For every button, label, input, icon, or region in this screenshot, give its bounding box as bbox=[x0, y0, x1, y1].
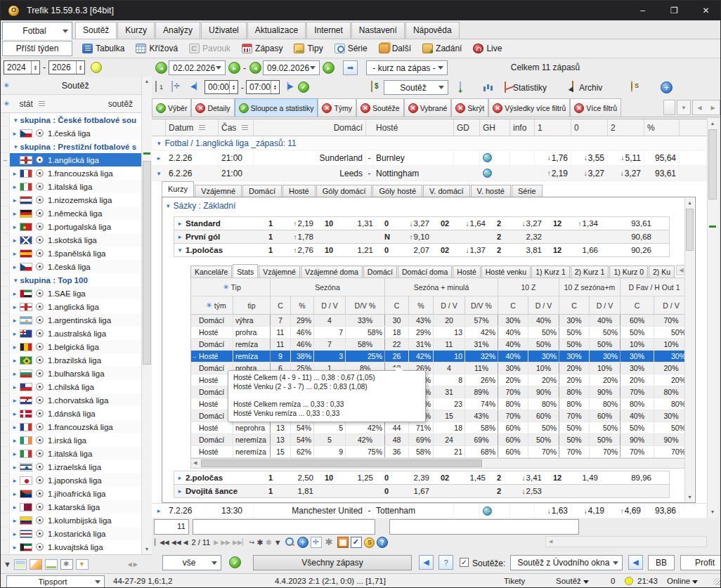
stats-row[interactable]: Domácívýhra729%433%3043%2057%30%40%30%40… bbox=[191, 315, 691, 327]
toolbar-Tipy[interactable]: Tipy bbox=[288, 40, 328, 57]
expand-icon[interactable]: ▸ bbox=[10, 477, 20, 484]
menu-tab-Nápověda[interactable]: Nápověda bbox=[405, 22, 460, 39]
league-group-row[interactable]: ▾skupina : České fotbalové sou bbox=[1, 113, 141, 126]
toolbar-Tabulka[interactable]: Tabulka bbox=[77, 40, 130, 57]
expand-icon[interactable]: ▸ bbox=[10, 424, 20, 431]
stats-group-Sezóna[interactable]: Sezóna bbox=[271, 278, 385, 296]
menu-tab-Soutěž[interactable]: Soutěž bbox=[75, 22, 117, 39]
bb-button[interactable]: BB bbox=[648, 555, 675, 570]
stats-tab-Kanceláře[interactable]: Kanceláře bbox=[190, 266, 232, 277]
resize-grip[interactable] bbox=[713, 578, 720, 585]
scroll-right-icon[interactable]: ▶ bbox=[710, 105, 715, 111]
filter-Vybrané[interactable]: ✕Vybrané bbox=[404, 98, 452, 117]
col-info[interactable]: info bbox=[510, 119, 535, 136]
date-from-picker[interactable]: 02.02.2026 bbox=[169, 60, 226, 75]
globe-icon[interactable] bbox=[483, 169, 492, 178]
collapse-icon[interactable]: ▾ bbox=[167, 202, 170, 209]
filter-Soutěže[interactable]: ✕Soutěže bbox=[356, 98, 404, 117]
souteze-checkbox[interactable]: ✓ bbox=[460, 558, 469, 567]
col-0[interactable]: 0 bbox=[571, 119, 608, 136]
collapse-icon[interactable]: ▾ bbox=[14, 143, 18, 150]
first-page-icon[interactable]: ▏◀◀ bbox=[155, 539, 169, 546]
expand-icon[interactable]: ▸ bbox=[174, 233, 186, 240]
expand-icon[interactable]: ▸ bbox=[10, 170, 20, 177]
asterisk-icon[interactable]: ✳ bbox=[4, 100, 9, 107]
scroll-down-icon[interactable]: ▼ bbox=[142, 544, 152, 554]
stats-col-tým[interactable]: ✳tým bbox=[197, 296, 233, 314]
match-row[interactable]: ▸ 2.2.26 21:00 Sunderland - Burnley ↓1,7… bbox=[152, 150, 707, 166]
detail-tab-Domácí[interactable]: Domácí bbox=[242, 185, 282, 197]
filter-dropdown-icon[interactable]: ▼ bbox=[677, 100, 691, 115]
detail-tab-V. hosté[interactable]: V. hosté bbox=[471, 185, 511, 197]
grid-scrollbar[interactable]: ▲ ▼ bbox=[707, 119, 718, 518]
league-item[interactable]: ▸1.kuvajtská liga bbox=[1, 540, 141, 554]
back-icon[interactable]: ◀ bbox=[419, 555, 434, 570]
stats-col-D/V %[interactable]: D/V % bbox=[346, 296, 385, 314]
statistiky-label[interactable]: Statistiky bbox=[513, 83, 547, 93]
detail-tab-Hosté[interactable]: Hosté bbox=[282, 185, 316, 197]
league-item[interactable]: ▸1.chilská liga bbox=[1, 380, 141, 393]
date2-prev-icon[interactable]: ◂ bbox=[249, 62, 261, 74]
match-row-expanded[interactable]: ▾ 6.2.26 21:00 Leeds - Nottingham ↑2,19 … bbox=[152, 166, 707, 181]
stats-group-10 Z[interactable]: 10 Z bbox=[498, 278, 559, 296]
bet-row-Dvojitá šance[interactable]: ▸Dvojitá šance11,8101,672↓2,53 bbox=[174, 484, 670, 498]
tennis-ball-icon[interactable] bbox=[91, 62, 102, 73]
filter-scroll-arrows[interactable]: ◀▶ bbox=[692, 100, 720, 115]
date-prev-icon[interactable]: ◂ bbox=[155, 62, 167, 74]
detail-scrollbar[interactable]: ▲ ▼ bbox=[684, 198, 694, 502]
col-pct[interactable]: % bbox=[644, 119, 680, 136]
stats-col-C[interactable]: C bbox=[271, 296, 291, 314]
gear-icon[interactable] bbox=[324, 537, 335, 548]
soutez-menu[interactable]: Soutěž bbox=[556, 577, 589, 585]
filter-Více filtrů[interactable]: ✕Více filtrů bbox=[570, 98, 621, 117]
stats-tab-Domácí[interactable]: Domácí bbox=[363, 266, 397, 277]
league-item[interactable]: ▸1.dánská liga bbox=[1, 407, 141, 420]
col-cas[interactable]: Čas bbox=[219, 119, 254, 136]
stats-tab-Vzájemné doma[interactable]: Vzájemné doma bbox=[301, 266, 363, 277]
back2-icon[interactable]: ◀ bbox=[628, 555, 643, 570]
league-item[interactable]: ▸1.kostarická liga bbox=[1, 527, 141, 540]
detail-tab-Kurzy[interactable]: Kurzy bbox=[162, 181, 194, 197]
league-item[interactable]: ▸1.italská liga bbox=[1, 447, 141, 460]
col-hoste[interactable]: Hosté bbox=[373, 119, 454, 136]
expand-icon[interactable]: ▸ bbox=[10, 263, 20, 270]
scroll-thumb[interactable] bbox=[708, 129, 717, 200]
last-page-icon[interactable]: ▶▶▏ bbox=[233, 539, 247, 546]
expand-icon[interactable]: ▸ bbox=[10, 370, 20, 377]
grid-group-row[interactable]: ▾ Fotbal / 1.anglická liga _zápasů: 11 bbox=[152, 136, 707, 150]
filter-Skrýt[interactable]: ✕Skrýt bbox=[451, 98, 488, 117]
league-group-row[interactable]: ▾skupina : Prestižní fotbalové s bbox=[1, 140, 141, 153]
scroll-left-icon[interactable]: ◀ bbox=[697, 105, 701, 111]
filter-Výsledky více filtrů[interactable]: ✕Výsledky více filtrů bbox=[488, 98, 570, 117]
detail-tab-Série[interactable]: Série bbox=[512, 185, 543, 197]
zoom-add-icon[interactable]: + bbox=[297, 537, 308, 548]
scroll-thumb[interactable] bbox=[686, 209, 694, 251]
col-gd[interactable]: GD bbox=[454, 119, 480, 136]
filter-overflow-button[interactable] bbox=[663, 100, 675, 115]
league-item[interactable]: ▸1.německá liga bbox=[1, 207, 141, 220]
expand-icon[interactable]: ▸ bbox=[10, 183, 20, 190]
expand-icon[interactable]: ▸ bbox=[10, 517, 20, 524]
grid-hscrollbar[interactable] bbox=[545, 536, 707, 547]
scroll-up-icon[interactable]: ▲ bbox=[685, 198, 694, 208]
calendar-day-icon[interactable] bbox=[155, 81, 157, 92]
statistics-chart-icon[interactable] bbox=[505, 81, 506, 93]
expand-icon[interactable]: ▸ bbox=[10, 410, 20, 417]
toolbar-Zadání[interactable]: Zadání bbox=[417, 40, 467, 57]
expand-icon[interactable]: ▸ bbox=[10, 210, 20, 217]
stats-col-C[interactable]: C bbox=[498, 296, 528, 314]
search-icon[interactable] bbox=[284, 537, 295, 548]
coins-icon[interactable] bbox=[364, 537, 375, 548]
expand-icon[interactable]: ▸ bbox=[10, 303, 20, 311]
globe-icon[interactable] bbox=[483, 507, 492, 516]
year-to-spinner[interactable]: 2026▲▼ bbox=[48, 60, 85, 74]
league-item[interactable]: ▸1.anglická liga bbox=[1, 300, 141, 313]
detail-tab-Góly domácí[interactable]: Góly domácí bbox=[316, 185, 372, 197]
league-item[interactable]: ▸1.česká liga bbox=[1, 260, 141, 273]
scroll-thumb[interactable] bbox=[201, 459, 482, 467]
toolbar-Zápasy[interactable]: Zápasy bbox=[236, 40, 288, 57]
archiv-label[interactable]: Archiv bbox=[579, 83, 602, 93]
all-matches-button[interactable]: Všechny zápasy bbox=[253, 555, 412, 570]
toolbar-Křížová[interactable]: Křížová bbox=[130, 40, 183, 57]
expand-icon[interactable]: ▸ bbox=[10, 290, 20, 297]
